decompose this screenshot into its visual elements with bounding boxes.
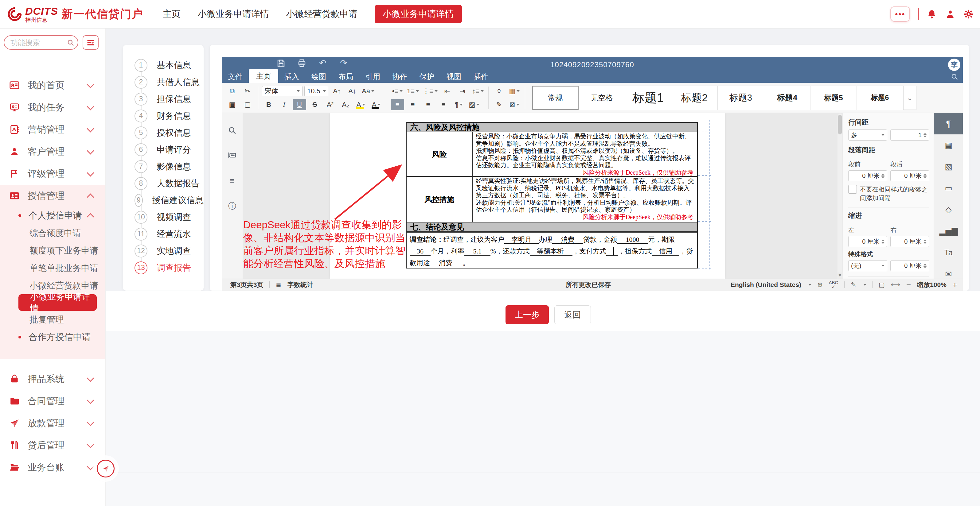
format-painter-icon[interactable]: ✎ [492,99,506,110]
conclusion-blank[interactable]: 5.1 [465,247,490,255]
justify-icon[interactable]: ≡ [437,99,450,110]
sidebar-item-10[interactable]: 业务台账 [0,456,105,478]
align-center-icon[interactable]: ≡ [406,99,420,110]
select-icon[interactable]: ▢ [241,99,254,110]
step-item-8[interactable]: 8 大数据报告 [123,175,204,192]
fit-page-icon[interactable]: ▢ [879,281,885,289]
conclusion-blank[interactable]: 信用 [652,247,679,255]
conclusion-cell[interactable]: 调查结论：经调查，建议为客户 李明月 办理 消费 贷款，金额 1000 元，期限… [406,232,698,268]
sidebar-item-6[interactable]: 押品系统 [0,368,105,390]
bold-button[interactable]: B [262,99,275,110]
superscript-button[interactable]: A² [323,99,337,110]
sidebar-item-7[interactable]: 合同管理 [0,390,105,412]
editing-mode-icon[interactable]: ✎ [851,281,856,289]
editor-tab-8[interactable]: 视图 [441,71,468,83]
table-panel-icon[interactable]: ▦ [934,135,963,156]
print-icon[interactable] [297,59,307,68]
sidebar-item-5[interactable]: 授信管理 [0,185,105,207]
editor-tab-9[interactable]: 插件 [468,71,495,83]
previous-step-button[interactable]: 上一步 [506,305,549,324]
image-panel-icon[interactable]: ▧ [934,156,963,178]
cut-icon[interactable]: ✂ [241,86,254,97]
style-6[interactable]: 标题5 [810,86,857,110]
spellcheck-icon[interactable]: ABC✓ [829,281,838,289]
bullet-list-icon[interactable]: •≡ [391,86,404,97]
editor-user-avatar[interactable]: 李 [948,59,960,71]
zoom-in-icon[interactable]: + [953,280,957,290]
underline-button[interactable]: U [293,99,306,110]
step-item-1[interactable]: 1 基本信息 [123,57,204,74]
step-item-2[interactable]: 2 共借人信息 [123,74,204,90]
step-item-9[interactable]: 9 授信建议信息 [123,192,204,209]
sidebar-item-4[interactable]: 评级管理 [0,163,105,185]
step-item-6[interactable]: 6 申请评分 [123,141,204,158]
step-item-7[interactable]: 7 影像信息 [123,158,204,175]
save-icon[interactable] [277,59,286,68]
notifications-bell-icon[interactable] [927,9,937,19]
line-spacing-select[interactable]: 多 [848,130,887,141]
navigation-icon[interactable]: ≡ [228,176,237,186]
clear-format-icon[interactable]: ◊ [492,86,506,97]
style-7[interactable]: 标题6 [857,86,903,110]
editor-tab-0[interactable]: 文件 [222,71,249,83]
header-tab-2[interactable]: 小微经营贷款申请 [286,8,358,20]
header-tab-0[interactable]: 主页 [163,8,181,20]
spacing-before-stepper[interactable]: 0 厘米 [848,170,887,181]
frame-icon[interactable]: ⊠ [508,99,521,110]
mailmerge-panel-icon[interactable]: ✉ [934,263,963,279]
font-size-select[interactable]: 10.5 [304,86,328,96]
paragraph-panel-icon[interactable]: ¶ [934,113,963,135]
step-item-5[interactable]: 5 授权信息 [123,124,204,141]
header-tab-3[interactable]: 小微业务申请详情 [375,5,462,23]
sidebar-subitem-1[interactable]: 合作方授信申请 [0,328,105,346]
style-2[interactable]: 标题1 [625,86,671,110]
chart-panel-icon[interactable]: ▂▅▇ [934,220,963,242]
paste-icon[interactable]: ▣ [226,99,239,110]
strikethrough-button[interactable]: S [308,99,321,110]
doc-search-icon[interactable] [228,126,237,135]
sidebar-leaf-1[interactable]: 额度项下业务申请 [0,242,105,259]
sidebar-item-3[interactable]: 客户管理 [0,141,105,163]
sidebar-item-2[interactable]: 营销管理 [0,119,105,141]
conclusion-blank[interactable]: 等额本析 [530,247,573,255]
numbered-list-icon[interactable]: 1≡ [406,86,420,97]
style-4[interactable]: 标题3 [718,86,764,110]
conclusion-blank[interactable]: 消费 [430,259,463,267]
align-right-icon[interactable]: ≡ [422,99,435,110]
spacing-after-stepper[interactable]: 0 厘米 [890,170,929,181]
indent-left-stepper[interactable]: 0 厘米 [848,236,887,247]
sidebar-item-9[interactable]: 贷后管理 [0,434,105,456]
step-item-4[interactable]: 4 财务信息 [123,108,204,124]
step-item-12[interactable]: 12 实地调查 [123,243,204,259]
sidebar-item-0[interactable]: 我的首页 [0,74,105,96]
about-icon[interactable]: ⓘ [228,201,237,211]
undo-icon[interactable]: ↶ [318,59,328,68]
editor-tab-3[interactable]: 绘图 [305,71,332,83]
highlight-button[interactable]: A [354,99,368,110]
header-tab-1[interactable]: 小微业务申请详情 [198,8,269,20]
sidebar-item-1[interactable]: 我的任务 [0,96,105,119]
borders-icon[interactable]: ▦ [508,86,521,97]
line-spacing-stepper[interactable]: 1 [890,130,929,141]
fit-width-icon[interactable]: ⟷ [891,281,900,289]
fill-color-icon[interactable]: ▨ [468,99,481,110]
indent-right-stepper[interactable]: 0 厘米 [890,236,929,247]
sidebar-subitem-0[interactable]: 个人授信申请 [0,207,105,224]
sidebar-leaf-0[interactable]: 综合额度申请 [0,224,105,242]
copy-icon[interactable]: ⧉ [226,86,239,97]
shapes-panel-icon[interactable]: ◇ [934,199,963,220]
conclusion-blank[interactable]: 1000 [617,236,648,244]
style-3[interactable]: 标题2 [671,86,718,110]
editor-tab-7[interactable]: 保护 [414,71,441,83]
settings-gear-icon[interactable] [963,9,974,19]
conclusion-blank[interactable]: 李明月 [504,236,539,244]
paragraph-mark-icon[interactable]: ¶ [452,99,466,110]
menu-collapse-button[interactable] [83,35,99,50]
user-profile-icon[interactable] [945,9,955,19]
editor-tab-4[interactable]: 布局 [332,71,360,83]
sidebar-item-8[interactable]: 放款管理 [0,412,105,434]
redo-icon[interactable]: ↷ [339,59,348,68]
style-5[interactable]: 标题4 [764,86,810,110]
zoom-out-icon[interactable]: − [906,280,911,290]
indent-icon[interactable]: ⇥ [456,86,469,97]
